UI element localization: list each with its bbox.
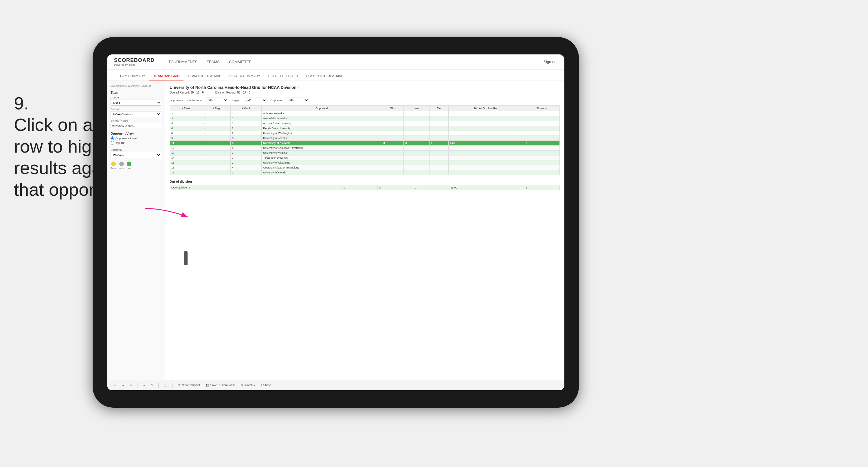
out-win: 1 — [342, 185, 378, 190]
division-select[interactable]: NCAA Division I — [111, 111, 161, 117]
table-row[interactable]: 4-1Arizona State University — [170, 121, 560, 126]
opponent-name: University of Florida — [261, 170, 382, 175]
table-row[interactable]: 8-2University of Washington — [170, 131, 560, 136]
tab-player-h2h-grid[interactable]: PLAYER H2H GRID — [264, 72, 302, 81]
cell: 15 — [170, 160, 202, 165]
nav-sign-out[interactable]: Sign out — [544, 60, 557, 64]
table-row[interactable]: 9-3University of Arizona — [170, 136, 560, 141]
school-rank-value[interactable]: University of Nort... — [111, 123, 161, 128]
redo-button[interactable]: ↪ — [120, 383, 126, 387]
table-header-row: # Rank # Reg # Conf Opponent Win Loss Ti… — [170, 106, 560, 111]
cell — [448, 146, 524, 150]
cell: 1 — [230, 121, 261, 126]
out-opponent: NCAA Division II — [170, 185, 342, 190]
colour-by-label: Colour by — [111, 148, 161, 151]
opponent-name: Texas Tech University — [261, 155, 382, 160]
watch-btn[interactable]: 👁 Watch ▾ — [239, 383, 257, 387]
radio-opponents-played[interactable]: Opponents Played — [111, 136, 161, 140]
toolbar-divider-3 — [173, 383, 173, 388]
cell — [382, 121, 404, 126]
clock-button[interactable]: 🕐 — [162, 383, 169, 387]
region-filter-select[interactable]: (All) — [244, 97, 267, 103]
back-button[interactable]: ↩ — [128, 383, 134, 387]
table-row[interactable]: 6-2Florida State University — [170, 126, 560, 131]
nav-committee[interactable]: COMMITTEE — [229, 58, 251, 65]
out-of-division-table: NCAA Division II 1 0 0 26.00 3 — [169, 185, 560, 190]
dot-level: Level — [119, 162, 124, 169]
cell: 6 — [230, 146, 261, 150]
col-rank: # Rank — [170, 106, 202, 111]
cell: - — [202, 155, 230, 160]
table-row[interactable]: 16-4Georgia Institute of Technology — [170, 165, 560, 170]
cell — [429, 121, 448, 126]
cell — [448, 126, 524, 131]
col-loss: Loss — [404, 106, 429, 111]
division-label: Division — [111, 108, 161, 111]
table-row[interactable]: 15-2University of Oklahoma — [170, 160, 560, 165]
cell: 2.61 — [448, 141, 524, 146]
tab-player-summary[interactable]: PLAYER SUMMARY — [225, 72, 264, 81]
conf-filter-select[interactable]: (All) — [205, 97, 228, 103]
nav-tournaments[interactable]: TOURNAMENTS — [168, 58, 197, 65]
share-icon: ⤴ — [261, 384, 262, 387]
out-of-division-row[interactable]: NCAA Division II 1 0 0 26.00 3 — [170, 185, 560, 190]
view-original-btn[interactable]: 👁 View: Original — [176, 383, 202, 387]
save-custom-btn[interactable]: 💾 Save Custom View — [204, 383, 237, 387]
tab-player-h2h-heatmap[interactable]: PLAYER H2H HEATMAP — [302, 72, 348, 81]
cell — [524, 126, 560, 131]
cell — [448, 131, 524, 136]
table-row[interactable]: 14-1Texas Tech University — [170, 155, 560, 160]
opponent-name: University of Arkansas, Fayetteville — [261, 146, 382, 150]
side-button — [184, 251, 188, 265]
undo-button[interactable]: ↩ — [112, 383, 118, 387]
share-btn[interactable]: ⤴ Share — [259, 383, 273, 387]
opponent-name: University of Alabama — [261, 141, 382, 146]
cell — [382, 165, 404, 170]
dot-up: Up — [127, 162, 131, 169]
table-row[interactable]: 17-3University of Florida — [170, 170, 560, 175]
cell: 2 — [170, 111, 202, 116]
scissors-button[interactable]: ✂ — [141, 383, 147, 387]
cell — [448, 165, 524, 170]
out-loss: 0 — [377, 185, 413, 190]
left-panel: Last Updated: 27/03/2024 16:55:38 Team G… — [107, 81, 165, 380]
out-of-division-title: Out of division — [169, 180, 560, 183]
colour-legend: Down Level Up — [111, 162, 161, 169]
table-row[interactable]: 13-3University of Virginia — [170, 150, 560, 155]
cell — [429, 165, 448, 170]
cell — [404, 160, 429, 165]
cell — [404, 170, 429, 175]
filter-row: Opponents: Conference (All) Region (All)… — [169, 97, 560, 103]
cell — [382, 170, 404, 175]
nav-teams[interactable]: TEAMS — [207, 58, 220, 65]
cell — [448, 155, 524, 160]
cell — [524, 131, 560, 136]
colour-by-select[interactable]: Win/loss — [111, 152, 161, 158]
table-row[interactable]: 11-5University of Alabama3002.618 — [170, 141, 560, 146]
watch-icon: 👁 — [241, 384, 243, 387]
tab-team-summary[interactable]: TEAM SUMMARY — [114, 72, 149, 81]
radio-top100[interactable]: Top 100 — [111, 141, 161, 145]
table-row[interactable]: 12-6University of Arkansas, Fayetteville — [170, 146, 560, 150]
refresh-button[interactable]: ⟳ — [149, 383, 155, 387]
tab-team-h2h-heatmap[interactable]: TEAM H2H HEATMAP — [184, 72, 225, 81]
down-label: Down — [111, 167, 116, 169]
opponent-filter-select[interactable]: (All) — [286, 97, 309, 103]
cell — [524, 150, 560, 155]
opponent-view-title: Opponent View — [111, 132, 161, 135]
last-updated: Last Updated: 27/03/2024 16:55:38 — [111, 84, 161, 88]
cell: - — [202, 150, 230, 155]
cell — [404, 155, 429, 160]
table-row[interactable]: 2-1Auburn University — [170, 111, 560, 116]
gender-select[interactable]: Men's — [111, 99, 161, 106]
nav-bar: SCOREBOARD Powered by clippd TOURNAMENTS… — [107, 54, 564, 69]
cell — [382, 155, 404, 160]
tab-team-h2h-grid[interactable]: TEAM H2H GRID — [149, 72, 184, 81]
tab-bar: TEAM SUMMARY TEAM H2H GRID TEAM H2H HEAT… — [107, 69, 564, 81]
table-row[interactable]: 3-2Vanderbilt University — [170, 116, 560, 121]
toolbar-divider-2 — [158, 383, 159, 388]
cell — [448, 116, 524, 121]
cell — [429, 170, 448, 175]
cell: - — [202, 141, 230, 146]
opponents-filter-label: Opponents: — [169, 99, 184, 102]
